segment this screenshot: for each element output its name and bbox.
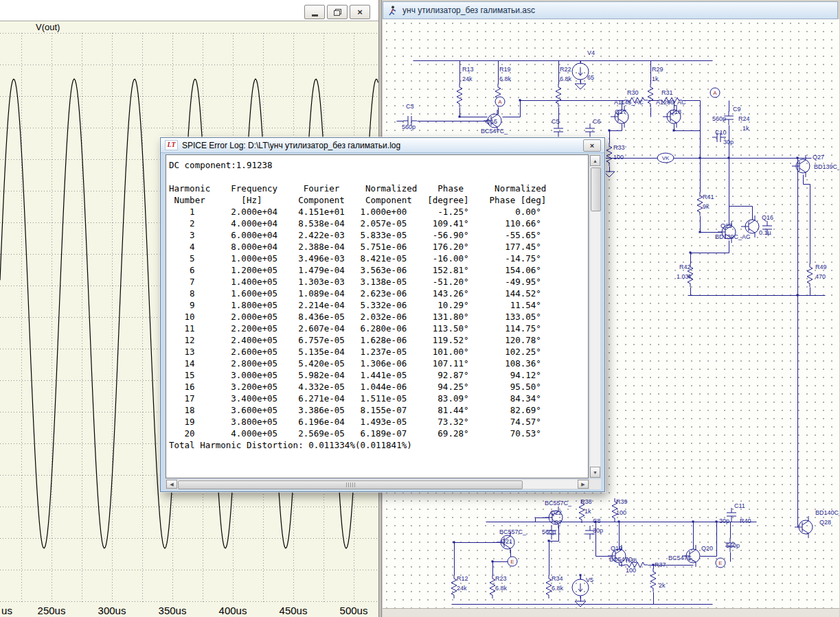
component-label: R33 [613, 144, 625, 151]
component-label: R31 [661, 89, 673, 96]
x-tick-label: 450us [280, 605, 308, 616]
component-label: A1266_AC [656, 99, 686, 106]
component-label: 560p [542, 528, 556, 535]
component-label: 30p [723, 139, 734, 145]
horizontal-scroll-thumb[interactable] [178, 480, 523, 489]
scroll-grip-icon [346, 482, 355, 487]
scroll-right-button[interactable]: ▶ [578, 480, 589, 489]
component-label: R24 [738, 115, 750, 122]
component-label: BD139C_AC [715, 233, 751, 240]
scrollbar-corner [589, 479, 601, 489]
component-label: 24k [457, 585, 467, 592]
component-label: Q18 [670, 108, 681, 115]
component-label: R12 [457, 575, 468, 582]
component-label: C3 [406, 103, 414, 110]
svg-text:VK: VK [662, 155, 670, 161]
component-label: R41 [703, 194, 714, 200]
close-icon: × [357, 8, 363, 16]
dialog-close-button[interactable]: × [583, 139, 601, 152]
component-label: V5 [586, 577, 593, 583]
x-tick-label: 400us [219, 605, 247, 616]
component-label: BD139C_AC [814, 163, 839, 170]
component-label: Q27 [813, 154, 824, 161]
component-label: Q22 [550, 509, 562, 516]
component-label: A1145_AC [614, 99, 644, 106]
component-label: 1k [584, 508, 591, 515]
component-label: R37 [655, 561, 666, 568]
minimize-icon [312, 14, 318, 16]
svg-text:E: E [510, 559, 514, 565]
component-label: Q28 [819, 519, 831, 526]
component-label: R13 [462, 66, 474, 73]
component-label: 9k [703, 203, 710, 210]
component-label: BD140C_ [815, 509, 839, 516]
component-label: 560p [402, 124, 416, 130]
component-label: Q17 [615, 108, 626, 115]
component-label: C7 [554, 519, 563, 526]
x-axis-tick-row: us250us300us350us400us450us500us [0, 603, 378, 617]
component-label: 100 [626, 567, 636, 574]
component-label: R42 [679, 264, 691, 270]
minimize-button[interactable] [304, 5, 325, 19]
component-label: 1.03k [677, 273, 692, 280]
component-label: R29 [652, 66, 663, 73]
component-label: 100 [616, 509, 626, 516]
scroll-left-button[interactable]: ◀ [166, 480, 177, 489]
component-label: 560p [726, 542, 740, 549]
component-label: C8 [593, 517, 601, 524]
schematic-window-bottom-edge [383, 608, 839, 617]
window-controls: × [304, 5, 370, 19]
component-label: BC547C_ [481, 128, 508, 135]
component-label: C10 [715, 129, 727, 136]
spice-error-log-dialog[interactable]: LT SPICE Error Log: D:\LT\унч утилизатор… [160, 137, 605, 492]
component-label: R49 [815, 264, 827, 270]
component-label: 6.8k [552, 585, 564, 592]
scroll-up-button[interactable]: ▲ [590, 155, 600, 166]
dialog-title: SPICE Error Log: D:\LT\унч утилизатор_бе… [182, 141, 400, 150]
x-tick-label: 300us [98, 605, 126, 616]
restore-button[interactable] [327, 5, 348, 19]
component-label: 0.1µ [759, 229, 771, 236]
scroll-down-button[interactable]: ▼ [590, 467, 600, 478]
component-label: 65 [587, 74, 594, 81]
component-label: Q21 [501, 538, 512, 545]
dialog-titlebar[interactable]: LT SPICE Error Log: D:\LT\унч утилизатор… [161, 138, 604, 153]
component-label: BC547C_ [668, 555, 696, 561]
log-content-area[interactable]: DC component:1.91238 Harmonic Frequency … [166, 154, 589, 478]
fourier-analysis-text: DC component:1.91238 Harmonic Frequency … [166, 155, 588, 451]
component-label: 2k [659, 582, 666, 589]
component-label: 24k [462, 75, 473, 82]
waveform-window-titlebar[interactable]: × [0, 0, 378, 21]
component-label: R36 [626, 557, 637, 564]
close-button[interactable]: × [350, 5, 370, 19]
x-tick-label: us [1, 605, 12, 616]
component-label: 6.8k [495, 585, 508, 592]
component-label: R34 [552, 575, 563, 582]
component-label: R19 [499, 66, 511, 73]
svg-text:E: E [718, 560, 722, 566]
schematic-window-titlebar[interactable]: унч утилизатор_без галиматьи.asc [383, 1, 838, 19]
horizontal-scrollbar[interactable]: ◀ ▶ [166, 479, 589, 489]
component-label: C5 [552, 118, 560, 125]
component-label: R23 [495, 575, 507, 582]
component-label: BC557C_ [545, 500, 572, 507]
x-tick-label: 250us [38, 605, 66, 616]
x-tick-label: 500us [340, 605, 368, 616]
component-label: Q19 [611, 545, 622, 552]
component-label: R40 [740, 517, 751, 524]
component-label: Q15 [486, 118, 497, 125]
component-label: 30p [593, 527, 603, 534]
ltspice-doc-icon [387, 5, 398, 16]
component-label: R39 [616, 498, 628, 505]
component-label: R30 [627, 89, 639, 96]
schematic-window-title: унч утилизатор_без галиматьи.asc [402, 5, 535, 15]
vertical-scroll-thumb[interactable] [591, 167, 601, 211]
svg-text:A: A [498, 99, 502, 105]
x-tick-label: 350us [159, 605, 187, 616]
component-label: Q16 [762, 214, 773, 221]
vertical-scrollbar[interactable]: ▲ ▼ [589, 154, 601, 478]
component-label: V4 [587, 49, 595, 56]
svg-text:A: A [713, 90, 717, 96]
component-label: 1k [742, 125, 749, 132]
component-label: C9 [733, 106, 741, 113]
